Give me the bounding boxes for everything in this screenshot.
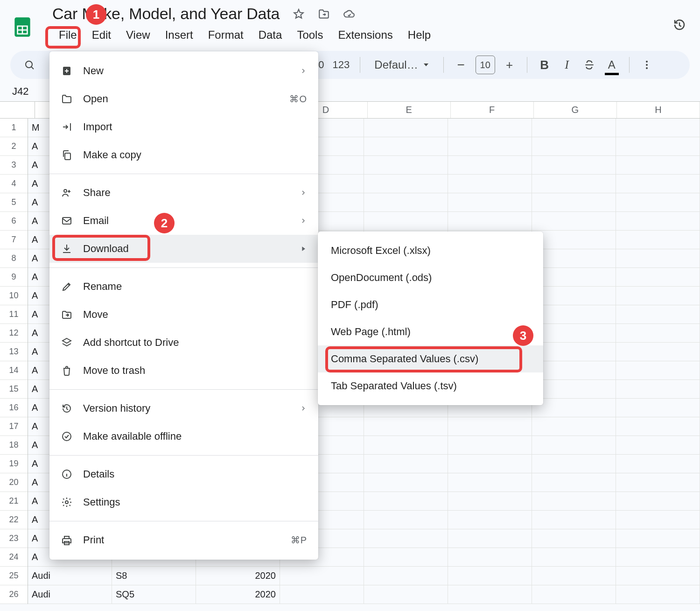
cell[interactable] <box>364 193 448 211</box>
decrease-font-size-button[interactable]: − <box>454 57 468 72</box>
document-title[interactable]: Car Make, Model, and Year Data <box>52 5 280 23</box>
cell[interactable] <box>532 567 616 585</box>
menu-file[interactable]: File <box>52 26 84 44</box>
cell[interactable] <box>532 212 616 230</box>
bold-button[interactable]: B <box>538 57 552 72</box>
row-header[interactable]: 20 <box>0 473 28 492</box>
column-header-H[interactable]: H <box>617 102 700 118</box>
download-option-tsv[interactable]: Tab Separated Values (.tsv) <box>318 372 543 400</box>
menu-format[interactable]: Format <box>202 26 250 44</box>
row-header[interactable]: 1 <box>0 119 28 137</box>
cell[interactable] <box>532 343 616 361</box>
cell[interactable] <box>364 473 448 492</box>
cell[interactable] <box>616 268 700 286</box>
row-header[interactable]: 10 <box>0 287 28 305</box>
cell[interactable] <box>448 585 532 604</box>
cell[interactable] <box>364 529 448 548</box>
more-toolbar-icon[interactable] <box>640 57 654 72</box>
row-header[interactable]: 24 <box>0 548 28 567</box>
italic-button[interactable]: I <box>560 57 574 72</box>
cell[interactable] <box>532 529 616 548</box>
cell[interactable] <box>448 119 532 137</box>
menu-item-shortcut[interactable]: Add shortcut to Drive <box>49 329 318 357</box>
menu-help[interactable]: Help <box>401 26 437 44</box>
cell[interactable] <box>448 137 532 155</box>
cell[interactable] <box>448 455 532 473</box>
cell[interactable] <box>364 455 448 473</box>
cell[interactable] <box>532 361 616 379</box>
cell[interactable]: SQ5 <box>112 585 196 604</box>
cell[interactable] <box>532 268 616 286</box>
cell[interactable] <box>448 156 532 174</box>
cell[interactable] <box>448 529 532 548</box>
download-option-pdf[interactable]: PDF (.pdf) <box>318 291 543 318</box>
row-header[interactable]: 5 <box>0 193 28 212</box>
cell[interactable] <box>616 231 700 249</box>
cell[interactable] <box>364 492 448 510</box>
row-header[interactable]: 11 <box>0 305 28 324</box>
row-header[interactable]: 23 <box>0 529 28 548</box>
row-header[interactable]: 16 <box>0 399 28 417</box>
menu-item-offline[interactable]: Make available offline <box>49 422 318 450</box>
cell[interactable] <box>616 511 700 529</box>
cell[interactable] <box>532 324 616 342</box>
menu-item-history[interactable]: Version history <box>49 394 318 422</box>
cell[interactable]: 2020 <box>196 567 280 585</box>
version-history-button[interactable] <box>669 14 690 35</box>
cell[interactable] <box>448 175 532 193</box>
cell[interactable]: Audi <box>28 567 112 585</box>
download-option-html[interactable]: Web Page (.html) <box>318 318 543 345</box>
cell[interactable] <box>616 548 700 566</box>
cell[interactable] <box>532 175 616 193</box>
cell[interactable]: S8 <box>112 567 196 585</box>
download-option-csv[interactable]: Comma Separated Values (.csv) <box>318 345 543 372</box>
cell[interactable] <box>532 287 616 305</box>
menu-item-rename[interactable]: Rename <box>49 273 318 301</box>
cell[interactable] <box>532 492 616 510</box>
sheets-logo[interactable] <box>10 15 35 39</box>
row-header[interactable]: 25 <box>0 567 28 585</box>
strikethrough-button[interactable] <box>582 57 596 72</box>
cell[interactable] <box>532 473 616 492</box>
cell[interactable] <box>616 417 700 435</box>
menu-item-print[interactable]: Print⌘P <box>49 526 318 554</box>
cell[interactable] <box>448 193 532 211</box>
cell[interactable] <box>532 585 616 604</box>
cell[interactable] <box>532 417 616 435</box>
increase-font-size-button[interactable]: + <box>503 57 517 72</box>
menu-view[interactable]: View <box>119 26 157 44</box>
menu-item-settings[interactable]: Settings <box>49 488 318 516</box>
menu-item-import[interactable]: Import <box>49 113 318 141</box>
menu-item-share[interactable]: Share <box>49 179 318 207</box>
select-all-corner[interactable] <box>0 102 35 118</box>
cell[interactable] <box>616 137 700 155</box>
cell[interactable] <box>532 511 616 529</box>
cell[interactable] <box>364 567 448 585</box>
cell[interactable] <box>616 567 700 585</box>
cell[interactable] <box>364 417 448 435</box>
cell[interactable] <box>532 380 616 398</box>
download-option-xlsx[interactable]: Microsoft Excel (.xlsx) <box>318 237 543 264</box>
cell[interactable] <box>364 436 448 454</box>
menu-data[interactable]: Data <box>252 26 289 44</box>
cell[interactable] <box>616 119 700 137</box>
cell[interactable] <box>616 529 700 548</box>
cell[interactable] <box>616 212 700 230</box>
number-format-button[interactable]: 123 <box>333 57 350 72</box>
row-header[interactable]: 21 <box>0 492 28 511</box>
cell[interactable]: Audi <box>28 585 112 604</box>
cell[interactable] <box>448 567 532 585</box>
cell[interactable] <box>448 417 532 435</box>
row-header[interactable]: 12 <box>0 324 28 343</box>
row-header[interactable]: 2 <box>0 137 28 156</box>
cell[interactable] <box>532 119 616 137</box>
menu-item-email[interactable]: Email <box>49 207 318 235</box>
font-family-select[interactable]: Defaul… <box>371 58 433 71</box>
cell[interactable] <box>448 436 532 454</box>
cell[interactable] <box>448 548 532 566</box>
cell[interactable] <box>532 305 616 323</box>
cell[interactable] <box>364 119 448 137</box>
cell[interactable] <box>364 137 448 155</box>
row-header[interactable]: 4 <box>0 175 28 193</box>
menu-item-copy[interactable]: Make a copy <box>49 141 318 169</box>
